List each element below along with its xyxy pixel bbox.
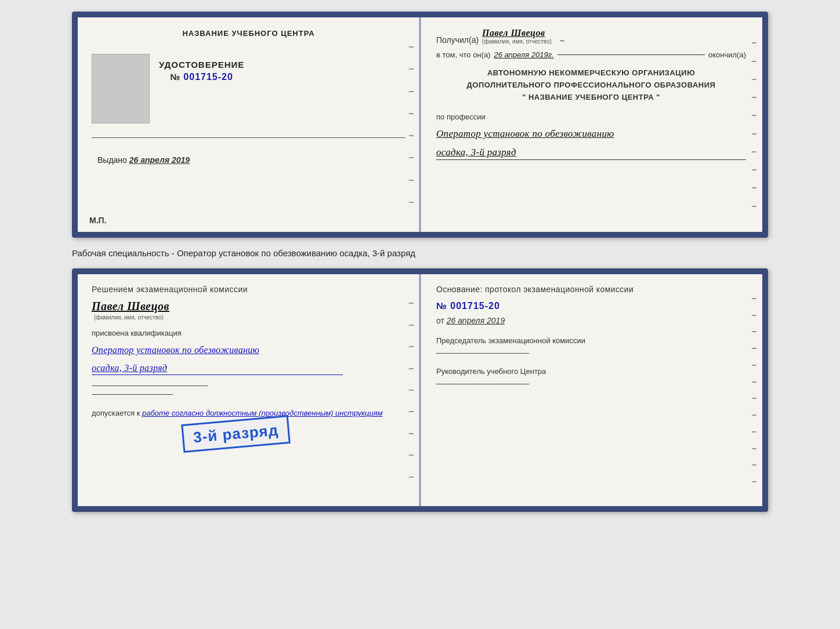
bottom-right-page: Основание: протокол экзаменационной коми…	[420, 274, 762, 506]
completed-label: окончил(а)	[708, 50, 746, 59]
chairman-label: Председатель экзаменационной комиссии	[436, 336, 746, 346]
bottom-certificate-book: Решением экзаменационной комиссии Павел …	[72, 268, 768, 512]
in-that-label: в том, что он(а)	[436, 50, 490, 59]
chairman-sign-line	[436, 353, 529, 354]
top-left-page: НАЗВАНИЕ УЧЕБНОГО ЦЕНТРА УДОСТОВЕРЕНИЕ №…	[78, 17, 420, 232]
bottom-rank-value: осадка, 3-й разряд	[92, 363, 343, 375]
received-line: Получил(а) Павел Швецов (фамилия, имя, о…	[436, 28, 746, 45]
separator-text: Рабочая специальность - Оператор установ…	[72, 246, 415, 260]
cert-number-prefix: № 001715-20	[170, 72, 233, 82]
photo-placeholder	[92, 54, 150, 123]
bottom-left-page: Решением экзаменационной комиссии Павел …	[78, 274, 420, 506]
bottom-name-hint: (фамилия, имя, отчество)	[94, 314, 405, 321]
rank-value: осадка, 3-й разряд	[436, 147, 746, 160]
decision-text: Решением экзаменационной комиссии	[92, 285, 405, 294]
deco-col-back-left	[409, 274, 414, 506]
deco-col-left	[409, 17, 414, 232]
bottom-name: Павел Швецов	[92, 300, 405, 313]
profession-value: Оператор установок по обезвоживанию	[436, 127, 746, 141]
deco-col-back-right	[752, 274, 756, 506]
dash-label: –	[560, 35, 564, 45]
received-label: Получил(а)	[436, 35, 479, 45]
from-date-val: 26 апреля 2019	[447, 316, 505, 325]
org-line1: АВТОНОМНУЮ НЕКОММЕРЧЕСКУЮ ОРГАНИЗАЦИЮ	[436, 67, 746, 79]
mp-label: М.П.	[89, 216, 107, 225]
completed-date: 26 апреля 2019г.	[494, 50, 553, 59]
cert-issued-date: 26 апреля 2019	[129, 155, 190, 165]
org-line2: ДОПОЛНИТЕЛЬНОГО ПРОФЕССИОНАЛЬНОГО ОБРАЗО…	[436, 79, 746, 92]
bottom-name-block: Павел Швецов (фамилия, имя, отчество)	[92, 300, 405, 321]
sign-line-1	[92, 386, 208, 386]
from-date-line: от 26 апреля 2019	[436, 316, 746, 325]
top-right-page: Получил(а) Павел Швецов (фамилия, имя, о…	[420, 17, 762, 232]
director-sign-line	[436, 384, 529, 384]
org-block: АВТОНОМНУЮ НЕКОММЕРЧЕСКУЮ ОРГАНИЗАЦИЮ ДО…	[436, 67, 746, 103]
top-left-org-name: НАЗВАНИЕ УЧЕБНОГО ЦЕНТРА	[182, 29, 314, 38]
cert-issued-line: Выдано 26 апреля 2019	[92, 155, 190, 165]
name-hint-top: (фамилия, имя, отчество)	[482, 38, 552, 45]
document-container: НАЗВАНИЕ УЧЕБНОГО ЦЕНТРА УДОСТОВЕРЕНИЕ №…	[72, 12, 768, 512]
recipient-name: Павел Швецов	[482, 28, 545, 38]
org-line3: " НАЗВАНИЕ УЧЕБНОГО ЦЕНТРА "	[436, 92, 746, 104]
cert-title-block: УДОСТОВЕРЕНИЕ № 001715-20	[159, 60, 244, 82]
director-label: Руководитель учебного Центра	[436, 366, 746, 377]
date-certified-line: в том, что он(а) 26 апреля 2019г. окончи…	[436, 50, 746, 59]
qualification-value: Оператор установок по обезвоживанию	[92, 343, 405, 357]
protocol-number: № 001715-20	[436, 301, 746, 311]
admits-label: допускается к	[92, 409, 140, 417]
cert-title-label: УДОСТОВЕРЕНИЕ	[159, 60, 244, 70]
qualification-assigned-label: присвоена квалификация	[92, 329, 405, 337]
sign-line-2	[92, 394, 173, 395]
deco-col-right-top	[752, 17, 756, 232]
admits-text: допускается к работе согласно должностны…	[92, 409, 405, 417]
admits-value: работе согласно должностным (производств…	[142, 409, 383, 417]
cert-number-value: 001715-20	[183, 72, 233, 82]
basis-label: Основание: протокол экзаменационной коми…	[436, 285, 746, 294]
profession-label: по профессии	[436, 112, 746, 121]
dash-line-1	[557, 54, 705, 55]
stamp: 3-й разряд	[181, 415, 291, 453]
top-certificate-book: НАЗВАНИЕ УЧЕБНОГО ЦЕНТРА УДОСТОВЕРЕНИЕ №…	[72, 12, 768, 238]
